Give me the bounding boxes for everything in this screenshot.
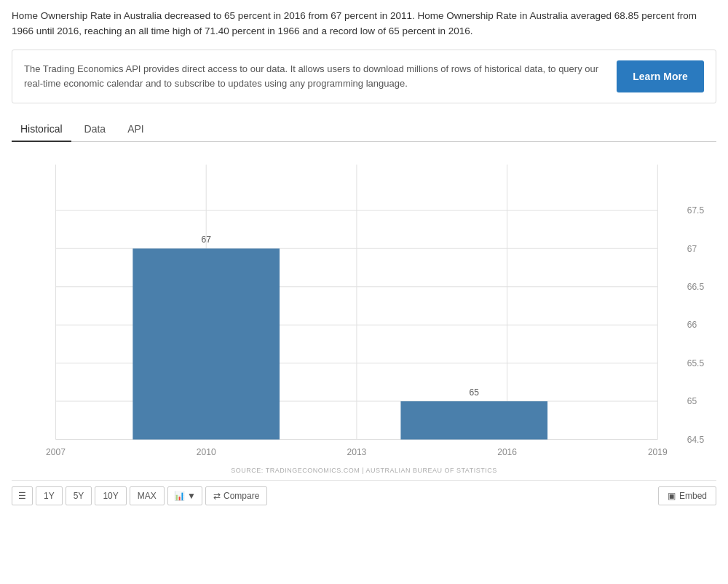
bar-chart-icon: 📊 [174,491,185,501]
1y-button[interactable]: 1Y [36,486,63,505]
y-label-67: 67 [687,243,697,253]
list-view-button[interactable]: ☰ [12,486,33,505]
y-label-67-5: 67.5 [687,205,705,216]
api-banner: The Trading Economics API provides direc… [12,50,716,103]
bar-label-2010: 67 [201,234,211,245]
chart-svg: 67 65 2007 2010 2013 2016 2019 64.5 65 6… [12,149,716,462]
list-icon: ☰ [18,491,26,501]
main-container: Home Ownership Rate in Australia decreas… [0,0,728,520]
chart-controls-left: ☰ 1Y 5Y 10Y MAX 📊 ▼ ⇄ Compare [12,486,267,505]
embed-button[interactable]: ▣ Embed [658,486,716,505]
x-label-2007: 2007 [46,446,66,457]
y-label-64-5: 64.5 [687,434,705,444]
chart-controls: ☰ 1Y 5Y 10Y MAX 📊 ▼ ⇄ Compare ▣ Embed [12,480,716,511]
max-button[interactable]: MAX [130,486,165,505]
tabs-row: Historical Data API [12,117,716,142]
5y-button[interactable]: 5Y [66,486,92,505]
api-banner-text: The Trading Economics API provides direc… [24,62,617,90]
description-text: Home Ownership Rate in Australia decreas… [12,9,716,39]
embed-icon: ▣ [668,491,676,501]
bar-2016 [400,401,547,439]
y-label-65-5: 65.5 [687,358,705,368]
source-text: SOURCE: TRADINGECONOMICS.COM | AUSTRALIA… [12,467,716,474]
compare-button[interactable]: ⇄ Compare [205,486,267,505]
bar-2010 [132,248,280,439]
x-label-2019: 2019 [648,446,668,457]
y-label-66: 66 [687,320,697,330]
x-label-2013: 2013 [347,446,366,457]
tab-api[interactable]: API [119,117,153,142]
learn-more-button[interactable]: Learn More [617,60,704,92]
bar-label-2016: 65 [470,387,480,397]
chart-type-button[interactable]: 📊 ▼ [167,486,202,505]
10y-button[interactable]: 10Y [95,486,126,505]
tab-historical[interactable]: Historical [12,117,71,142]
x-label-2010: 2010 [197,446,216,457]
x-label-2016: 2016 [497,446,517,457]
tab-data[interactable]: Data [76,117,115,142]
y-label-65: 65 [687,396,697,406]
y-label-66-5: 66.5 [687,282,705,292]
compare-icon: ⇄ [213,491,221,501]
chart-area: 67 65 2007 2010 2013 2016 2019 64.5 65 6… [12,149,716,462]
